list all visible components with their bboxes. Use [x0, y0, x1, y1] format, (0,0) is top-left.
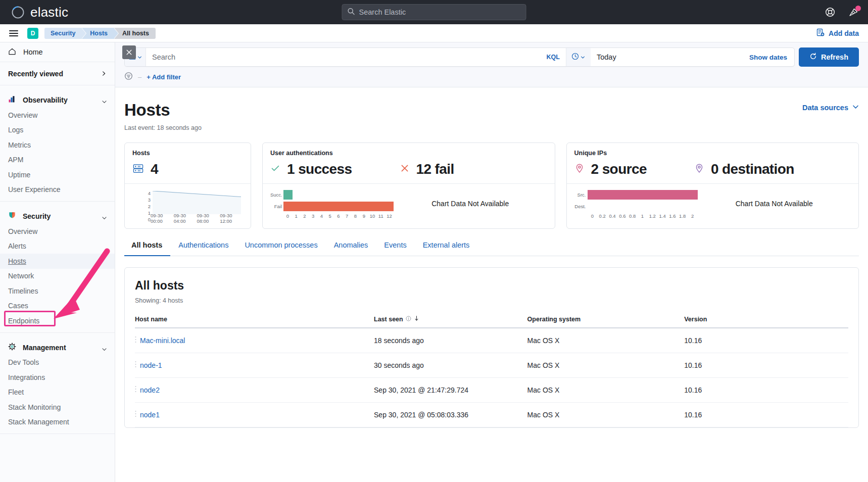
- add-data-icon: [816, 28, 825, 38]
- card-title: User authentications: [270, 150, 547, 157]
- hamburger-menu-icon[interactable]: [9, 30, 18, 36]
- column-label: Last seen: [374, 316, 403, 323]
- date-quick-select-button[interactable]: [566, 48, 591, 66]
- refresh-button[interactable]: Refresh: [799, 47, 859, 67]
- gear-icon: [8, 343, 16, 353]
- sidebar-item-mgmt-fleet[interactable]: Fleet: [0, 385, 115, 400]
- tab-external-alerts[interactable]: External alerts: [415, 241, 478, 256]
- x-tick: 0: [588, 213, 598, 219]
- chevron-down-icon[interactable]: [102, 98, 107, 103]
- sidebar-item-sec-endpoints[interactable]: Endpoints: [0, 313, 115, 328]
- close-icon[interactable]: [122, 45, 136, 59]
- sidebar-item-obs-metrics[interactable]: Metrics: [0, 137, 115, 153]
- column-header-version[interactable]: Version: [684, 315, 848, 328]
- sidebar-item-sec-hosts[interactable]: Hosts: [0, 254, 115, 269]
- add-filter-button[interactable]: + Add filter: [147, 73, 181, 81]
- sidebar-item-mgmt-stack-monitoring[interactable]: Stack Monitoring: [0, 400, 115, 415]
- table-row: node2 Sep 30, 2021 @ 21:47:29.724 Mac OS…: [135, 378, 848, 403]
- breadcrumb-item-hosts[interactable]: Hosts: [82, 28, 114, 39]
- column-header-operating-system[interactable]: Operating system: [527, 315, 685, 328]
- sidebar-group-header-management[interactable]: Management: [0, 340, 115, 355]
- clock-icon: [571, 53, 579, 62]
- sidebar-item-obs-overview[interactable]: Overview: [0, 108, 115, 123]
- cell-version: 10.16: [684, 353, 848, 378]
- sidebar-item-sec-overview[interactable]: Overview: [0, 224, 115, 239]
- sidebar-group-header-security[interactable]: Security: [0, 209, 115, 224]
- column-label: Operating system: [527, 316, 581, 323]
- space-avatar[interactable]: D: [27, 28, 38, 39]
- bar-success: [283, 190, 293, 200]
- chart-na-label: Chart Data Not Available: [736, 200, 813, 208]
- filter-list-icon[interactable]: [124, 72, 133, 82]
- sidebar-item-obs-uptime[interactable]: Uptime: [0, 167, 115, 182]
- tab-authentications[interactable]: Authentications: [170, 241, 236, 256]
- home-icon: [8, 47, 16, 57]
- add-data-button[interactable]: Add data: [816, 28, 859, 38]
- help-lifebuoy-icon[interactable]: [825, 7, 835, 17]
- security-icon: [8, 211, 16, 221]
- bar-row: Src.: [574, 189, 698, 201]
- chart-x-axis: 0 1 2 3 4 5 6 7 8 9: [283, 213, 394, 219]
- host-link[interactable]: node-1: [140, 361, 162, 369]
- brand[interactable]: elastic: [11, 5, 68, 20]
- show-dates-button[interactable]: Show dates: [742, 54, 794, 61]
- page-header: Hosts Last event: 18 seconds ago Data so…: [124, 101, 859, 131]
- bar-track: [283, 201, 394, 212]
- sort-descending-icon[interactable]: [414, 315, 419, 323]
- sidebar-item-label: Home: [23, 48, 43, 56]
- tab-anomalies[interactable]: Anomalies: [326, 241, 376, 256]
- x-tick: 11: [376, 213, 385, 219]
- sidebar-group-header-observability[interactable]: Observability: [0, 92, 115, 108]
- breadcrumb-item-security[interactable]: Security: [44, 28, 82, 39]
- sidebar-item-label: Fleet: [8, 388, 24, 396]
- announcements-megaphone-icon[interactable]: [848, 7, 859, 18]
- sidebar-item-mgmt-integrations[interactable]: Integrations: [0, 370, 115, 385]
- column-header-last-seen[interactable]: Last seen: [374, 315, 527, 328]
- sidebar-group-title: Management: [23, 344, 95, 352]
- bar-fail: [283, 202, 394, 211]
- stat-auth-fail: 12 fail: [400, 161, 454, 177]
- chart-unavailable-message: Chart Data Not Available: [394, 200, 547, 208]
- sidebar-item-label: Endpoints: [8, 317, 39, 325]
- cross-icon: [400, 163, 410, 175]
- tab-uncommon-processes[interactable]: Uncommon processes: [236, 241, 325, 256]
- sidebar-item-mgmt-dev-tools[interactable]: Dev Tools: [0, 355, 115, 370]
- query-language-button[interactable]: KQL: [541, 54, 566, 61]
- drag-handle-icon[interactable]: [135, 361, 136, 368]
- table-header-row: Host name Last seen: [135, 315, 848, 328]
- sidebar-item-obs-apm[interactable]: APM: [0, 153, 115, 168]
- sidebar-item-obs-logs[interactable]: Logs: [0, 123, 115, 138]
- page-title: Hosts: [124, 101, 202, 120]
- sidebar-item-home[interactable]: Home: [0, 42, 115, 62]
- sidebar-item-sec-network[interactable]: Network: [0, 269, 115, 284]
- search-input[interactable]: Search: [146, 53, 541, 61]
- host-link[interactable]: Mac-mini.local: [140, 336, 185, 345]
- info-icon[interactable]: [406, 316, 411, 323]
- hosts-line-chart: 4 3 2 1 0 09-3: [132, 184, 243, 223]
- date-range-value[interactable]: Today: [591, 53, 742, 61]
- sidebar-item-mgmt-stack-management[interactable]: Stack Management: [0, 415, 115, 430]
- data-sources-button[interactable]: Data sources: [802, 104, 859, 112]
- cell-last-seen: Sep 30, 2021 @ 21:47:29.724: [374, 378, 527, 403]
- host-link[interactable]: node1: [140, 411, 160, 419]
- sidebar-item-sec-cases[interactable]: Cases: [0, 299, 115, 314]
- sidebar: Home Recently viewed Observability: [0, 42, 115, 482]
- column-header-host-name[interactable]: Host name: [135, 315, 374, 328]
- tab-events[interactable]: Events: [376, 241, 414, 256]
- chevron-down-icon[interactable]: [102, 214, 107, 219]
- drag-handle-icon[interactable]: [135, 385, 136, 393]
- chevron-down-icon[interactable]: [102, 345, 107, 350]
- drag-handle-icon[interactable]: [135, 410, 136, 417]
- bar-row: Succ.: [270, 189, 394, 201]
- card-stats: 1 success 12 fail: [270, 161, 547, 177]
- drag-handle-icon[interactable]: [135, 336, 136, 343]
- column-label: Host name: [135, 316, 167, 323]
- tab-all-hosts[interactable]: All hosts: [124, 241, 170, 256]
- sidebar-item-sec-timelines[interactable]: Timelines: [0, 283, 115, 299]
- sidebar-item-sec-alerts[interactable]: Alerts: [0, 239, 115, 254]
- global-search-input[interactable]: Search Elastic: [342, 4, 526, 20]
- sidebar-item-obs-user-experience[interactable]: User Experience: [0, 182, 115, 198]
- host-link[interactable]: node2: [140, 386, 160, 394]
- sidebar-item-recently-viewed[interactable]: Recently viewed: [0, 62, 115, 85]
- table-showing-count: Showing: 4 hosts: [135, 297, 848, 304]
